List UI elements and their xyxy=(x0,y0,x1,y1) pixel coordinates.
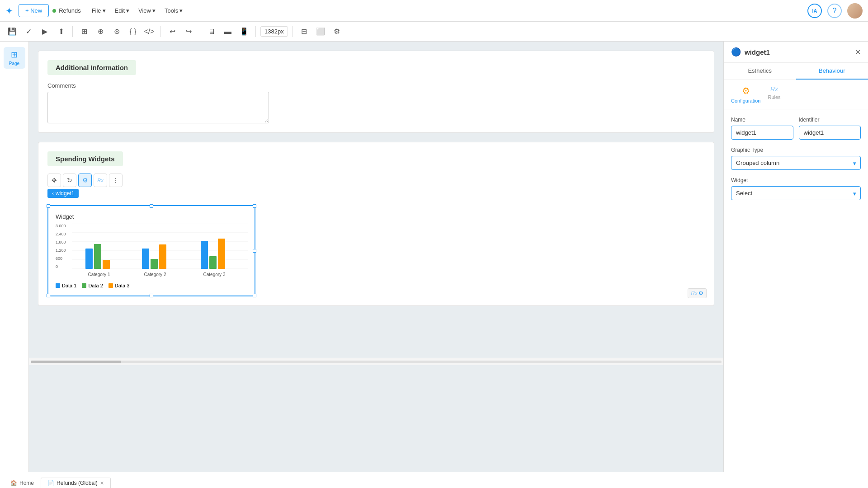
handle-bm[interactable] xyxy=(150,294,153,297)
data-button[interactable]: ⊛ xyxy=(110,25,123,38)
chevron-down-icon: ▾ xyxy=(179,7,183,14)
config-tab-configuration[interactable]: ⚙ Configuration xyxy=(731,85,760,103)
handle-tm[interactable] xyxy=(150,204,153,208)
identifier-input[interactable] xyxy=(799,126,861,140)
panel-widget-title: 🔵 widget1 xyxy=(731,47,770,57)
nav-tools[interactable]: Tools ▾ xyxy=(161,5,186,16)
toolbar-divider-1 xyxy=(72,26,73,37)
widget1-label-tag[interactable]: ‹ widget1 xyxy=(47,189,79,198)
save-button[interactable]: 💾 xyxy=(5,25,19,38)
new-button[interactable]: + New xyxy=(19,4,49,17)
user-avatar[interactable] xyxy=(847,3,863,19)
config-tab-rules[interactable]: Rx Rules xyxy=(768,85,780,103)
more-widget-button[interactable]: ⋮ xyxy=(109,174,123,187)
graphic-type-field-group: Graphic Type Grouped column Bar chart Li… xyxy=(731,147,861,170)
help-button[interactable]: ? xyxy=(827,4,842,18)
tab-refunds-global[interactable]: 📄 Refunds (Global) ✕ xyxy=(41,478,111,488)
x-label-cat2: Category 2 xyxy=(144,272,166,277)
bar-cat1-green xyxy=(94,244,101,269)
additional-info-section: Additional Information Comments xyxy=(38,51,714,133)
rx-badge-text: Rx xyxy=(691,290,698,296)
widget-select[interactable]: Select xyxy=(731,186,861,200)
handle-bl[interactable] xyxy=(47,294,50,297)
chart-wrapper: 0 600 1.200 1.800 2.400 3.000 xyxy=(56,224,247,279)
toolbar-divider-2 xyxy=(160,26,161,37)
ia-button[interactable]: IA xyxy=(807,4,822,18)
chart-title: Widget xyxy=(56,213,247,220)
x-label-cat3: Category 3 xyxy=(203,272,226,277)
components-button[interactable]: ⊞ xyxy=(77,25,91,38)
grid-button[interactable]: ⊟ xyxy=(297,25,311,38)
handle-mr[interactable] xyxy=(253,249,256,253)
nav-view[interactable]: View ▾ xyxy=(135,5,159,16)
status-dot xyxy=(52,9,56,13)
tab-esthetics[interactable]: Esthetics xyxy=(724,63,796,80)
redo-button[interactable]: ↪ xyxy=(182,25,195,38)
spending-widgets-section: Spending Widgets ✥ ↻ ⚙ Rx ⋮ ‹ widget1 xyxy=(38,142,714,306)
canvas-area[interactable]: Additional Information Comments Spending… xyxy=(29,42,723,472)
chart-svg: Category 1 Category 2 Category 3 xyxy=(72,224,248,278)
chevron-down-icon: ▾ xyxy=(152,7,156,14)
bar-cat1-blue xyxy=(85,249,93,269)
export-button[interactable]: ⬆ xyxy=(54,25,68,38)
y-axis-labels: 0 600 1.200 1.800 2.400 3.000 xyxy=(56,224,68,269)
panel-body: Name Identifier Graphic Type Grouped col… xyxy=(724,109,868,472)
rules-tab-label: Rules xyxy=(768,94,780,100)
handle-tl[interactable] xyxy=(47,204,50,208)
move-widget-button[interactable]: ✥ xyxy=(47,174,61,187)
app-logo: ✦ xyxy=(5,5,13,16)
confirm-button[interactable]: ✓ xyxy=(22,25,35,38)
name-field-group: Name xyxy=(731,117,793,140)
bar-cat3-orange xyxy=(218,239,225,269)
main-toolbar: 💾 ✓ ▶ ⬆ ⊞ ⊕ ⊛ { } </> ↩ ↪ 🖥 ▬ 📱 1382px ⊟… xyxy=(0,22,868,42)
tab-close-button[interactable]: ✕ xyxy=(100,480,104,486)
scroll-thumb[interactable] xyxy=(31,361,121,363)
rotate-widget-button[interactable]: ↻ xyxy=(63,174,76,187)
refunds-tab-icon: 📄 xyxy=(47,480,54,486)
toolbar-divider-3 xyxy=(200,26,200,37)
y-label-1800: 1.800 xyxy=(56,240,66,244)
layers-button[interactable]: ⊕ xyxy=(94,25,107,38)
code-button[interactable]: </> xyxy=(142,25,156,38)
run-button[interactable]: ▶ xyxy=(38,25,52,38)
identifier-field-group: Identifier xyxy=(799,117,861,140)
graphic-type-select[interactable]: Grouped column Bar chart Line chart Pie … xyxy=(731,156,861,170)
comments-textarea[interactable] xyxy=(47,92,269,123)
horizontal-scrollbar[interactable] xyxy=(29,358,723,365)
y-label-0: 0 xyxy=(56,264,66,269)
undo-button[interactable]: ↩ xyxy=(165,25,179,38)
handle-tr[interactable] xyxy=(253,204,256,208)
rx-widget-button[interactable]: Rx xyxy=(94,174,107,187)
legend-label-2: Data 2 xyxy=(88,283,103,288)
right-panel-header: 🔵 widget1 ✕ xyxy=(724,42,868,63)
legend-dot-green xyxy=(82,283,86,288)
right-panel: 🔵 widget1 ✕ Esthetics Behaviour ⚙ Config… xyxy=(723,42,868,472)
tab-behaviour[interactable]: Behaviour xyxy=(796,63,868,80)
tablet-view-button[interactable]: ▬ xyxy=(221,25,235,38)
scroll-track xyxy=(31,361,722,363)
name-input[interactable] xyxy=(731,126,793,140)
close-panel-button[interactable]: ✕ xyxy=(855,48,861,56)
bar-cat2-green xyxy=(151,259,158,269)
main-layout: ⊞ Page Additional Information Comments S… xyxy=(0,42,868,472)
settings-button[interactable]: ⚙ xyxy=(330,25,344,38)
nav-edit[interactable]: Edit ▾ xyxy=(111,5,133,16)
rx-bottom-badge[interactable]: Rx ⚙ xyxy=(688,288,707,298)
desktop-view-button[interactable]: 🖥 xyxy=(205,25,218,38)
sidebar-page-label: Page xyxy=(9,61,19,66)
sidebar-item-page[interactable]: ⊞ Page xyxy=(4,47,25,69)
mobile-view-button[interactable]: 📱 xyxy=(237,25,251,38)
comments-label: Comments xyxy=(47,82,705,89)
bar-cat3-green xyxy=(209,256,217,269)
widget-header-icon: 🔵 xyxy=(731,47,741,57)
tab-home[interactable]: 🏠 Home xyxy=(4,478,41,488)
px-display[interactable]: 1382px xyxy=(260,26,288,37)
legend-label-1: Data 1 xyxy=(62,283,76,288)
frame-button[interactable]: ⬜ xyxy=(314,25,327,38)
logic-button[interactable]: { } xyxy=(126,25,140,38)
widget-field-group: Widget Select xyxy=(731,177,861,200)
handle-br[interactable] xyxy=(253,294,256,297)
nav-file[interactable]: File ▾ xyxy=(88,5,109,16)
config-widget-button[interactable]: ⚙ xyxy=(78,174,92,187)
legend-label-3: Data 3 xyxy=(115,283,129,288)
